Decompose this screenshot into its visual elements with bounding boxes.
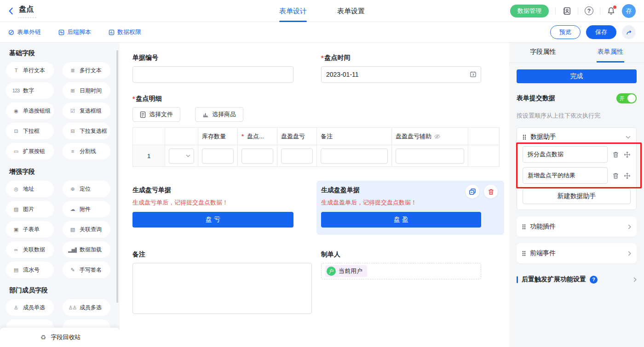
field-type-item[interactable]: ▭ 扩展按钮	[6, 143, 54, 159]
field-type-item[interactable]: ✎ 手写签名	[63, 262, 110, 278]
copy-field-button[interactable]	[466, 185, 479, 199]
delete-field-button[interactable]	[484, 185, 498, 199]
diff-assist-input[interactable]	[396, 148, 464, 164]
field-type-item[interactable]: ⊕ 定位	[63, 181, 110, 197]
field-check-time[interactable]: * 盘点时间	[321, 54, 481, 83]
data-helper-item-name[interactable]: 新增盘点平的结果	[523, 167, 608, 184]
field-type-item[interactable]: T 单行文本	[6, 62, 54, 79]
field-recycle-bin-button[interactable]: ♻ 字段回收站	[0, 328, 120, 347]
field-type-item[interactable]: ≡ 分割线	[63, 143, 110, 159]
field-type-item[interactable]: 123 数字	[6, 82, 54, 99]
single-text-icon: T	[12, 68, 20, 73]
done-button[interactable]: 完成	[517, 69, 637, 83]
frontend-events-card[interactable]: 前端事件	[517, 243, 637, 263]
select-file-button[interactable]: 选择文件	[132, 107, 180, 122]
section-accent-bar	[517, 276, 518, 283]
user-avatar[interactable]: 存	[622, 4, 636, 18]
field-type-item[interactable]: ≣ 多行文本	[63, 62, 110, 79]
contact-book-icon[interactable]	[562, 6, 571, 16]
post-trigger-label: 后置触发扩展功能设置	[522, 275, 586, 284]
field-type-label: 成员多选	[80, 304, 102, 312]
field-type-item[interactable]: ⊞ 日期时间	[63, 82, 110, 99]
tab-form-settings[interactable]: 表单设置	[337, 0, 365, 22]
col-diff: 盘盈盘亏	[277, 128, 317, 145]
backend-script-button[interactable]: 后端脚本	[58, 28, 91, 36]
form-title[interactable]: 盘点	[18, 4, 36, 18]
question-badge-icon[interactable]: ?	[590, 276, 598, 284]
sidebar-scrollbar[interactable]	[116, 50, 118, 303]
tab-form-properties[interactable]: 表单属性	[577, 43, 644, 63]
submit-data-toggle[interactable]: 开	[616, 93, 637, 103]
linked-data-icon: ∞	[12, 247, 20, 252]
col-row-number	[133, 128, 165, 145]
field-generate-loss[interactable]: 生成盘亏单据 生成盘亏单后，记得提交盘点数据！ 盘 亏	[132, 181, 293, 235]
notification-dot	[613, 6, 616, 9]
item-select[interactable]	[169, 148, 194, 164]
field-detail-subform[interactable]: * 盘点明细 选择文件 选择商品 库存数量 *盘点.	[132, 95, 509, 167]
data-helper-header[interactable]: 数据助手	[517, 128, 636, 146]
script-icon	[58, 29, 64, 35]
doc-no-input[interactable]	[132, 66, 293, 83]
field-type-item[interactable]: ◉ 单选按钮组	[6, 102, 54, 119]
field-type-label: 扩展按钮	[23, 148, 45, 155]
creator-input[interactable]: 户 当前用户	[321, 263, 481, 279]
notification-bell-icon[interactable]	[607, 6, 615, 15]
field-type-item[interactable]: ⊟ 下拉复选框	[63, 123, 110, 139]
diff-input[interactable]	[281, 148, 313, 164]
field-generate-gain-selected[interactable]: 生成盘盈单据 生成盘盈单后，记得提交盘点数据！ 盘 盈	[316, 181, 504, 235]
move-icon[interactable]	[624, 151, 631, 158]
field-type-item[interactable]: ⊡ 下拉框	[6, 123, 54, 139]
plugins-card[interactable]: 功能插件	[517, 216, 637, 237]
stock-qty-input[interactable]	[202, 148, 234, 164]
divider	[555, 7, 556, 15]
field-type-item[interactable]: ▧ 关联查询	[63, 221, 110, 238]
select-goods-button[interactable]: 选择商品	[195, 107, 243, 122]
field-section: 增强字段 ◎ 地址 ⊕ 定位 ▨ 图片	[0, 168, 120, 278]
field-creator[interactable]: 制单人 户 当前用户	[321, 250, 481, 279]
delete-icon[interactable]	[612, 151, 619, 158]
field-type-item[interactable]: ♙ 成员单选	[6, 299, 54, 316]
current-user-tag: 户 当前用户	[325, 265, 367, 277]
data-helper-item-name[interactable]: 拆分盘点数据	[523, 146, 608, 163]
field-type-item[interactable]: ▂▅▇ 数据加载	[63, 241, 110, 258]
field-type-item[interactable]: ◎ 地址	[6, 181, 54, 197]
toggle-knob	[627, 94, 636, 102]
check-qty-input[interactable]	[242, 148, 273, 164]
field-remark[interactable]: 备注	[132, 250, 293, 315]
move-icon[interactable]	[624, 172, 631, 179]
loss-button[interactable]: 盘 亏	[132, 212, 293, 228]
field-doc-no[interactable]: 单据编号	[132, 54, 293, 83]
extra-cell	[468, 145, 500, 167]
field-section-title: 部门成员字段	[9, 286, 120, 295]
field-type-item[interactable]: ♙♙ 成员多选	[63, 299, 110, 316]
field-type-item[interactable]: ☑ 复选框组	[63, 102, 110, 119]
tab-form-design[interactable]: 表单设计	[279, 0, 307, 22]
tab-field-properties[interactable]: 字段属性	[509, 43, 577, 63]
remark-textarea[interactable]	[132, 263, 312, 314]
help-button[interactable]: ?	[585, 6, 593, 15]
preview-button[interactable]: 预览	[550, 25, 581, 39]
check-time-input[interactable]	[321, 66, 481, 83]
data-permission-button[interactable]: 数据权限	[109, 28, 141, 36]
field-type-label: 关联数据	[23, 246, 45, 254]
recycle-icon: ♻	[39, 334, 48, 341]
delete-icon[interactable]	[612, 172, 619, 179]
gain-button[interactable]: 盘 盈	[321, 212, 481, 228]
save-button[interactable]: 保存	[586, 25, 616, 39]
field-type-item[interactable]: ▤ 流水号	[6, 262, 54, 278]
back-button[interactable]	[8, 7, 13, 15]
field-type-item[interactable]: ▣ 子表单	[6, 221, 54, 238]
field-type-item[interactable]: ☁ 附件	[63, 201, 110, 217]
post-trigger-settings[interactable]: 后置触发扩展功能设置 ?	[517, 275, 637, 284]
share-button[interactable]	[622, 25, 636, 39]
field-type-item[interactable]: ▨ 图片	[6, 201, 54, 217]
note-input[interactable]	[321, 148, 388, 164]
field-type-item[interactable]: ∞ 关联数据	[6, 241, 54, 258]
external-link-button[interactable]: 表单外链	[8, 28, 41, 36]
field-type-label: 关联查询	[80, 226, 102, 233]
data-manage-button[interactable]: 数据管理	[510, 5, 549, 17]
chevron-right-icon	[628, 224, 631, 229]
new-data-helper-button[interactable]: 新建数据助手	[523, 188, 631, 204]
field-type-label: 单选按钮组	[23, 107, 51, 115]
user-tag-avatar: 户	[327, 267, 336, 276]
